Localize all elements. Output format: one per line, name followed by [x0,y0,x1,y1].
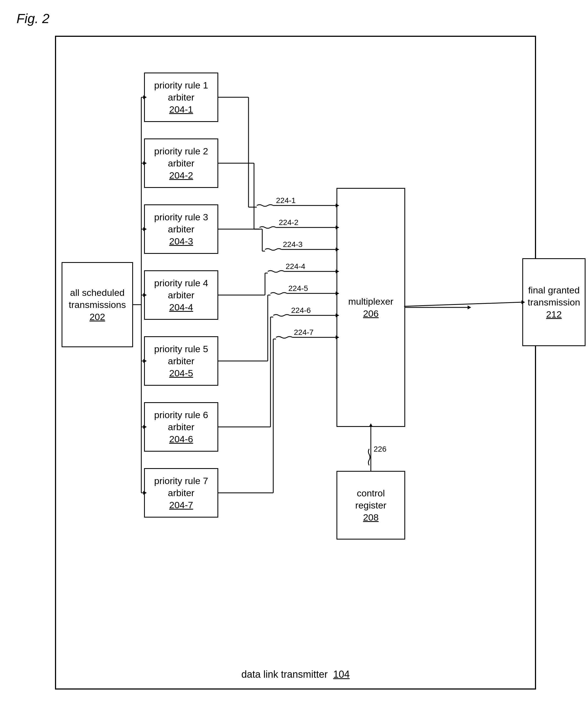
control-register-ref: 208 [363,511,379,523]
svg-text:224-6: 224-6 [291,306,311,314]
arbiter-2-ref: 204-2 [169,169,193,181]
svg-text:226: 226 [374,445,386,453]
arbiter-2-label: priority rule 2arbiter [154,145,208,169]
control-register-label: controlregister [355,487,386,511]
svg-text:224-7: 224-7 [294,328,314,336]
box-arbiter-5: priority rule 5arbiter 204-5 [144,336,218,386]
figure-label: Fig. 2 [17,11,49,26]
arbiter-1-ref: 204-1 [169,103,193,115]
svg-text:224-5: 224-5 [288,284,308,292]
box-arbiter-3: priority rule 3arbiter 204-3 [144,204,218,254]
multiplexer-label: multiplexer [348,295,393,307]
svg-marker-59 [468,306,471,309]
box-arbiter-1: priority rule 1arbiter 204-1 [144,72,218,122]
box-arbiter-2: priority rule 2arbiter 204-2 [144,138,218,188]
arbiter-6-ref: 204-6 [169,433,193,445]
arbiter-5-label: priority rule 5arbiter [154,343,208,367]
arbiter-7-label: priority rule 7arbiter [154,475,208,499]
box-all-scheduled-text: all scheduledtransmissions [69,287,126,311]
svg-text:224-1: 224-1 [276,196,296,205]
box-arbiter-6: priority rule 6arbiter 204-6 [144,402,218,451]
box-arbiter-7: priority rule 7arbiter 204-7 [144,468,218,517]
box-final-granted: final grantedtransmission 212 [522,258,586,346]
box-multiplexer: multiplexer 206 [336,188,405,427]
box-control-register: controlregister 208 [336,471,405,539]
arbiter-5-ref: 204-5 [169,367,193,379]
arbiter-1-label: priority rule 1arbiter [154,79,208,103]
main-diagram-border: all scheduledtransmissions 202 priority … [55,36,536,689]
svg-text:224-3: 224-3 [283,240,303,249]
data-link-transmitter-label: data link transmitter 104 [241,669,350,680]
arbiter-4-label: priority rule 4arbiter [154,277,208,301]
arbiter-6-label: priority rule 6arbiter [154,409,208,433]
arbiter-3-ref: 204-3 [169,235,193,247]
svg-text:224-2: 224-2 [279,218,298,227]
final-granted-label: final grantedtransmission [528,284,580,308]
final-granted-ref: 212 [546,308,562,320]
arbiter-4-ref: 204-4 [169,301,193,313]
multiplexer-ref: 206 [363,307,379,319]
arbiter-7-ref: 204-7 [169,499,193,511]
svg-text:224-4: 224-4 [286,262,306,271]
dlt-ref: 104 [333,669,350,680]
box-arbiter-4: priority rule 4arbiter 204-4 [144,270,218,320]
box-all-scheduled-ref: 202 [90,311,105,323]
dlt-text: data link transmitter [241,669,333,680]
arbiter-3-label: priority rule 3arbiter [154,211,208,235]
diagram-arrows: 224-1 224-2 224-3 224-4 224-5 [56,37,535,688]
box-all-scheduled: all scheduledtransmissions 202 [62,262,133,347]
